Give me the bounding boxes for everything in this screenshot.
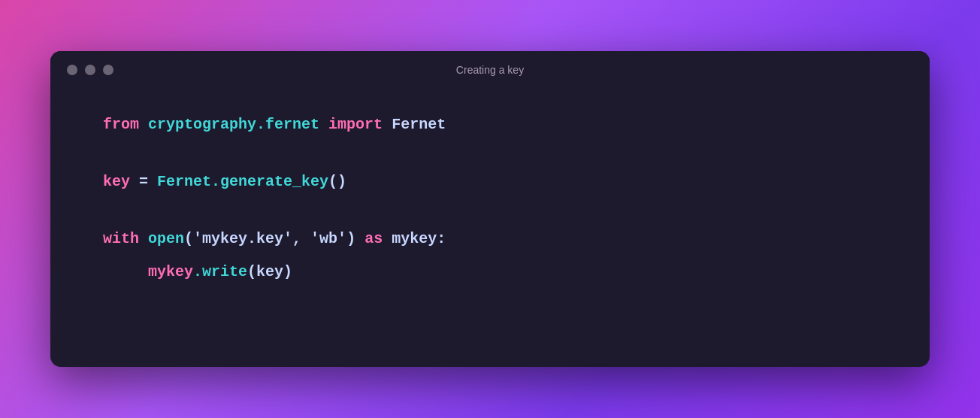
titlebar: Creating a key <box>50 51 930 89</box>
class-Fernet-2: Fernet <box>157 168 211 195</box>
var-key-2: key <box>256 259 283 286</box>
method-generate-key: generate_key <box>220 168 328 195</box>
code-window: Creating a key from cryptography . ferne… <box>50 51 930 367</box>
var-mykey-2: mykey <box>148 259 193 286</box>
window-title: Creating a key <box>456 64 524 76</box>
close-button[interactable] <box>67 65 77 75</box>
method-write: write <box>202 259 247 286</box>
module-fernet: fernet <box>265 111 319 138</box>
keyword-with: with <box>103 226 139 253</box>
parens-1: () <box>328 168 346 195</box>
module-cryptography: cryptography <box>148 111 256 138</box>
operator-assign: = <box>130 168 157 195</box>
var-key: key <box>103 168 130 195</box>
code-line-4: mykey . write ( key ) <box>103 259 877 286</box>
code-line-2: key = Fernet . generate_key () <box>103 168 877 195</box>
code-line-1: from cryptography . fernet import Fernet <box>103 111 877 138</box>
keyword-from: from <box>103 111 139 138</box>
code-line-empty-2 <box>103 201 877 217</box>
string-mykey-key: 'mykey.key' <box>193 226 292 253</box>
class-Fernet: Fernet <box>392 111 446 138</box>
keyword-import: import <box>328 111 383 138</box>
traffic-lights <box>67 65 113 75</box>
code-area: from cryptography . fernet import Fernet… <box>50 89 930 329</box>
code-line-empty-1 <box>103 144 877 159</box>
minimize-button[interactable] <box>85 65 95 75</box>
string-wb: 'wb' <box>310 226 346 253</box>
keyword-as: as <box>364 226 383 253</box>
code-line-3: with open ( 'mykey.key' , 'wb' ) as myke… <box>103 226 877 253</box>
builtin-open: open <box>148 226 184 253</box>
maximize-button[interactable] <box>103 65 113 75</box>
code-indent <box>103 259 148 286</box>
var-mykey: mykey <box>392 226 437 253</box>
